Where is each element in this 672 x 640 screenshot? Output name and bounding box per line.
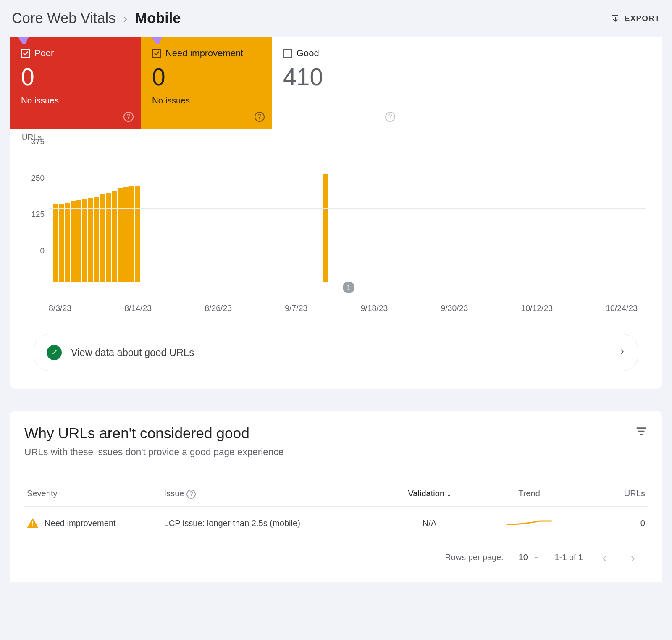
trend-chart: URLs 3752501250 1 8/3/238/14/238/26/239/… bbox=[10, 129, 662, 330]
prev-page-button[interactable]: ‹ bbox=[598, 550, 611, 566]
paginator: Rows per page: 10 1-1 of 1 ‹ › bbox=[24, 540, 648, 577]
col-urls[interactable]: URLs bbox=[585, 481, 648, 506]
x-axis: 8/3/238/14/238/26/239/7/239/18/239/30/23… bbox=[49, 303, 646, 313]
arrow-down-icon: ↓ bbox=[447, 489, 451, 498]
tile-poor-sub: No issues bbox=[21, 95, 130, 105]
export-label: EXPORT bbox=[625, 14, 660, 23]
issues-subtitle: URLs with these issues don't provide a g… bbox=[24, 447, 284, 458]
col-validation[interactable]: Validation ↓ bbox=[386, 481, 473, 506]
breadcrumb-root[interactable]: Core Web Vitals bbox=[12, 10, 116, 26]
tile-need-improvement[interactable]: Need improvement 0 No issues ? bbox=[141, 37, 272, 129]
tile-good[interactable]: Good 410 ? bbox=[272, 37, 403, 129]
page-range: 1-1 of 1 bbox=[555, 553, 583, 562]
breadcrumb-leaf: Mobile bbox=[135, 10, 181, 26]
filter-icon[interactable] bbox=[635, 425, 648, 437]
rows-per-page-value: 10 bbox=[519, 553, 528, 562]
row-trend bbox=[473, 506, 585, 540]
plot-area: 1 bbox=[49, 144, 646, 282]
issues-card: Why URLs aren't considered good URLs wit… bbox=[10, 411, 662, 582]
page-header: Core Web Vitals Mobile EXPORT bbox=[0, 0, 672, 37]
breadcrumb: Core Web Vitals Mobile bbox=[12, 10, 181, 26]
checkbox-poor[interactable] bbox=[21, 49, 30, 58]
warning-icon bbox=[27, 518, 39, 528]
checkbox-need[interactable] bbox=[152, 49, 161, 58]
row-urls: 0 bbox=[585, 506, 648, 540]
view-good-urls-label: View data about good URLs bbox=[71, 347, 194, 358]
tile-need-sub: No issues bbox=[152, 95, 261, 105]
status-tiles: Poor 0 No issues ? Need improvement 0 No… bbox=[10, 37, 662, 129]
tile-need-value: 0 bbox=[152, 64, 261, 90]
view-good-urls-link[interactable]: View data about good URLs bbox=[34, 334, 638, 371]
tile-poor[interactable]: Poor 0 No issues ? bbox=[10, 37, 141, 129]
overview-card: Poor 0 No issues ? Need improvement 0 No… bbox=[10, 37, 662, 389]
table-row[interactable]: Need improvement LCP issue: longer than … bbox=[24, 506, 648, 540]
tile-poor-value: 0 bbox=[21, 64, 130, 90]
rows-per-page-select[interactable]: 10 bbox=[519, 553, 540, 562]
rows-per-page-label: Rows per page: bbox=[445, 553, 503, 562]
col-trend[interactable]: Trend bbox=[473, 481, 585, 506]
chevron-right-icon bbox=[619, 345, 625, 361]
col-severity[interactable]: Severity bbox=[24, 481, 161, 506]
tile-good-label: Good bbox=[297, 48, 319, 59]
chart-marker[interactable]: 1 bbox=[343, 282, 354, 293]
help-icon[interactable]: ? bbox=[255, 112, 265, 122]
row-validation: N/A bbox=[386, 506, 473, 540]
row-severity: Need improvement bbox=[45, 519, 116, 528]
row-issue: LCP issue: longer than 2.5s (mobile) bbox=[161, 506, 386, 540]
tile-good-value: 410 bbox=[283, 64, 392, 90]
issues-table: Severity Issue? Validation ↓ Trend URLs … bbox=[24, 481, 648, 540]
chevron-right-icon bbox=[121, 10, 129, 26]
next-page-button[interactable]: › bbox=[626, 550, 639, 566]
help-icon[interactable]: ? bbox=[186, 490, 196, 499]
check-circle-icon bbox=[47, 345, 62, 360]
col-issue[interactable]: Issue? bbox=[161, 481, 386, 506]
help-icon[interactable]: ? bbox=[123, 112, 134, 122]
tile-poor-label: Poor bbox=[34, 48, 54, 59]
help-icon[interactable]: ? bbox=[385, 112, 395, 122]
download-icon bbox=[610, 13, 620, 24]
export-button[interactable]: EXPORT bbox=[610, 13, 660, 24]
y-axis: 3752501250 bbox=[22, 140, 49, 282]
bars bbox=[49, 144, 646, 282]
issues-title: Why URLs aren't considered good bbox=[24, 425, 284, 442]
checkbox-good[interactable] bbox=[283, 49, 292, 58]
chevron-down-icon bbox=[533, 554, 540, 561]
tile-need-label: Need improvement bbox=[165, 48, 243, 59]
